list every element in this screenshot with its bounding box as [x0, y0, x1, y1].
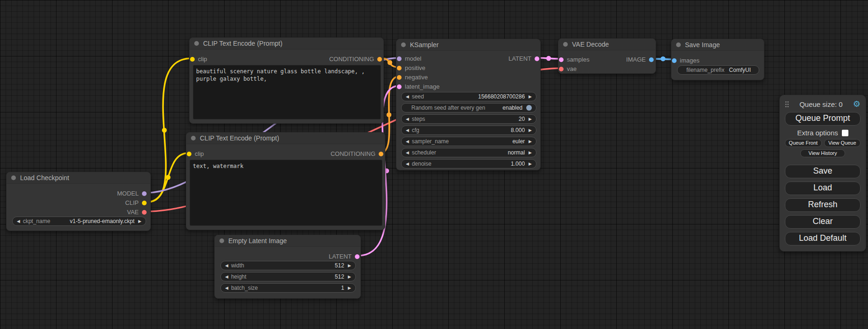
input-port-clip[interactable]: clip — [190, 56, 207, 63]
widget-value[interactable]: 512 — [335, 262, 344, 269]
node-clip-text-encode-negative[interactable]: CLIP Text Encode (Prompt) clip CONDITION… — [186, 132, 385, 230]
output-port-latent[interactable]: LATENT — [508, 55, 539, 62]
drag-handle-icon[interactable] — [785, 101, 789, 108]
node-title-bar[interactable]: CLIP Text Encode (Prompt) — [186, 133, 385, 144]
widget-value[interactable]: ComfyUI — [729, 67, 751, 73]
latent-port-icon[interactable] — [355, 254, 360, 259]
vae-port-icon[interactable] — [142, 210, 147, 215]
input-port-samples[interactable]: samples — [559, 56, 589, 63]
latent-port-icon[interactable] — [397, 84, 402, 89]
increment-arrow-icon[interactable]: ▶ — [138, 219, 141, 224]
node-title-bar[interactable]: CLIP Text Encode (Prompt) — [190, 38, 383, 49]
clear-button[interactable]: Clear — [785, 215, 861, 229]
widget-value[interactable]: normal — [508, 149, 525, 156]
prompt-textarea[interactable]: text, watermark — [190, 160, 382, 226]
node-title-bar[interactable]: Empty Latent Image — [215, 235, 360, 247]
decrement-arrow-icon[interactable]: ◀ — [406, 128, 409, 133]
collapse-dot-icon[interactable] — [11, 175, 16, 180]
collapse-dot-icon[interactable] — [194, 41, 199, 46]
input-port-negative[interactable]: negative — [397, 74, 428, 81]
input-port-positive[interactable]: positive — [397, 64, 425, 71]
output-port-clip[interactable]: CLIP — [125, 199, 147, 206]
increment-arrow-icon[interactable]: ▶ — [529, 117, 532, 121]
steps-widget[interactable]: ◀ steps 20 ▶ — [401, 114, 536, 124]
node-title-bar[interactable]: Load Checkpoint — [7, 172, 150, 184]
load-button[interactable]: Load — [785, 182, 861, 195]
input-port-vae[interactable]: vae — [559, 65, 577, 72]
decrement-arrow-icon[interactable]: ◀ — [406, 95, 409, 99]
node-ksampler[interactable]: KSampler model positive negative latent_… — [396, 39, 541, 170]
conditioning-port-icon[interactable] — [397, 75, 402, 80]
output-port-model[interactable]: MODEL — [117, 190, 147, 197]
increment-arrow-icon[interactable]: ▶ — [529, 162, 532, 166]
collapse-dot-icon[interactable] — [676, 42, 681, 47]
widget-value[interactable]: 1.000 — [511, 161, 525, 167]
decrement-arrow-icon[interactable]: ◀ — [406, 162, 409, 166]
scheduler-widget[interactable]: ◀ scheduler normal ▶ — [401, 148, 536, 157]
model-port-icon[interactable] — [397, 56, 402, 61]
node-title-bar[interactable]: KSampler — [396, 39, 540, 51]
node-empty-latent-image[interactable]: Empty Latent Image LATENT ◀ width 512 ▶ … — [214, 235, 361, 299]
filename-prefix-widget[interactable]: filename_prefix ComfyUI — [677, 65, 759, 75]
latent-port-icon[interactable] — [559, 57, 564, 62]
node-title-bar[interactable]: Save Image — [671, 39, 764, 51]
conditioning-port-icon[interactable] — [377, 57, 382, 62]
increment-arrow-icon[interactable]: ▶ — [348, 264, 351, 268]
increment-arrow-icon[interactable]: ▶ — [348, 286, 351, 290]
output-port-image[interactable]: IMAGE — [626, 56, 654, 63]
refresh-button[interactable]: Refresh — [785, 198, 861, 212]
graph-canvas[interactable]: Load Checkpoint MODEL CLIP VAE ◀ ckpt_na… — [0, 0, 868, 329]
output-port-conditioning[interactable]: CONDITIONING — [331, 150, 383, 157]
width-widget[interactable]: ◀ width 512 ▶ — [220, 261, 356, 270]
decrement-arrow-icon[interactable]: ◀ — [406, 140, 409, 144]
widget-value[interactable]: 1 — [341, 285, 344, 291]
widget-value[interactable]: euler — [512, 138, 525, 145]
view-queue-button[interactable]: View Queue — [824, 139, 861, 147]
widget-value[interactable]: 156680208700286 — [478, 93, 525, 100]
denoise-widget[interactable]: ◀ denoise 1.000 ▶ — [401, 159, 536, 168]
image-port-icon[interactable] — [649, 57, 654, 62]
collapse-dot-icon[interactable] — [191, 136, 196, 140]
clip-port-icon[interactable] — [190, 57, 195, 62]
decrement-arrow-icon[interactable]: ◀ — [406, 151, 409, 155]
height-widget[interactable]: ◀ height 512 ▶ — [220, 272, 356, 281]
extra-options-checkbox[interactable] — [842, 130, 848, 136]
decrement-arrow-icon[interactable]: ◀ — [17, 219, 20, 224]
queue-prompt-button[interactable]: Queue Prompt — [785, 112, 861, 126]
node-title-bar[interactable]: VAE Decode — [558, 39, 656, 50]
load-default-button[interactable]: Load Default — [785, 232, 861, 245]
sampler-name-widget[interactable]: ◀ sampler_name euler ▶ — [401, 137, 536, 146]
increment-arrow-icon[interactable]: ▶ — [529, 128, 532, 133]
batch-size-widget[interactable]: ◀ batch_size 1 ▶ — [220, 283, 356, 293]
widget-value[interactable]: 8.000 — [511, 127, 525, 133]
conditioning-port-icon[interactable] — [397, 66, 402, 70]
input-port-latent-image[interactable]: latent_image — [397, 83, 439, 90]
settings-gear-icon[interactable]: ⚙ — [853, 100, 861, 108]
output-port-vae[interactable]: VAE — [127, 209, 147, 216]
widget-value[interactable]: 512 — [335, 273, 344, 280]
increment-arrow-icon[interactable]: ▶ — [529, 140, 532, 144]
seed-widget[interactable]: ◀ seed 156680208700286 ▶ — [401, 92, 536, 101]
node-vae-decode[interactable]: VAE Decode samples vae IMAGE — [558, 38, 656, 74]
clip-port-icon[interactable] — [142, 201, 147, 205]
prompt-textarea[interactable]: beautiful scenery nature glass bottle la… — [193, 65, 381, 119]
node-save-image[interactable]: Save Image images filename_prefix ComfyU… — [671, 39, 764, 80]
widget-value[interactable]: 20 — [519, 116, 525, 122]
save-button[interactable]: Save — [785, 165, 861, 178]
ckpt-name-widget[interactable]: ◀ ckpt_name v1-5-pruned-emaonly.ckpt ▶ — [12, 217, 146, 226]
queue-front-button[interactable]: Queue Front — [785, 139, 822, 147]
node-clip-text-encode-positive[interactable]: CLIP Text Encode (Prompt) clip CONDITION… — [189, 37, 384, 124]
input-port-clip[interactable]: clip — [187, 150, 204, 157]
increment-arrow-icon[interactable]: ▶ — [529, 151, 532, 155]
widget-value[interactable]: v1-5-pruned-emaonly.ckpt — [70, 218, 135, 224]
output-port-latent[interactable]: LATENT — [329, 253, 360, 260]
decrement-arrow-icon[interactable]: ◀ — [225, 275, 228, 279]
node-load-checkpoint[interactable]: Load Checkpoint MODEL CLIP VAE ◀ ckpt_na… — [6, 172, 151, 231]
cfg-widget[interactable]: ◀ cfg 8.000 ▶ — [401, 126, 536, 135]
vae-port-icon[interactable] — [559, 67, 564, 71]
increment-arrow-icon[interactable]: ▶ — [529, 95, 532, 99]
decrement-arrow-icon[interactable]: ◀ — [225, 264, 228, 268]
decrement-arrow-icon[interactable]: ◀ — [406, 117, 409, 121]
toggle-enabled-icon[interactable] — [526, 105, 532, 111]
conditioning-port-icon[interactable] — [379, 152, 383, 156]
